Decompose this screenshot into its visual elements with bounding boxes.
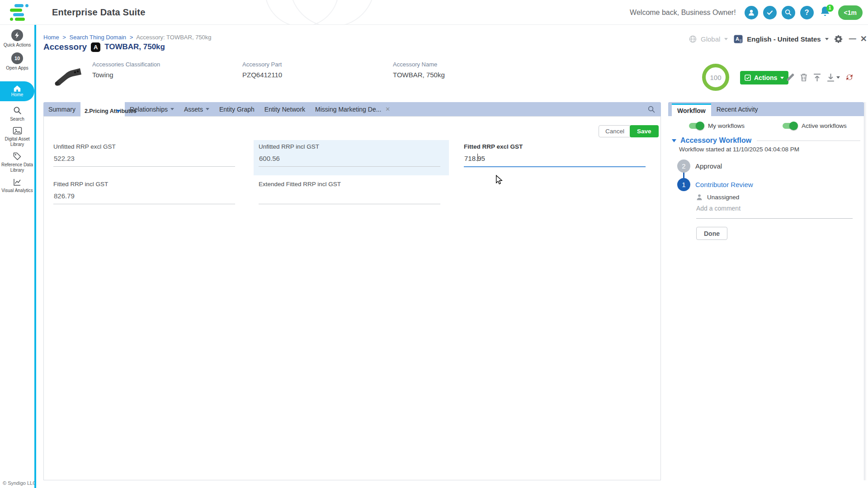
sidebar-item-reference-data-library[interactable]: Reference Data Library	[0, 152, 34, 174]
active-workflows-toggle[interactable]	[783, 123, 796, 129]
cancel-button[interactable]: Cancel	[599, 125, 631, 137]
tab-assets[interactable]: Assets	[179, 102, 214, 116]
workflow-step-badge: 1	[677, 178, 690, 191]
my-workflows-toggle-group: My workflows	[689, 122, 745, 129]
download-button[interactable]	[826, 73, 840, 82]
global-search-icon[interactable]	[782, 6, 795, 19]
assignee-row[interactable]: Unassigned	[696, 194, 739, 201]
profile-icon[interactable]	[745, 6, 758, 19]
help-icon[interactable]: ?	[800, 6, 814, 19]
breadcrumb-home[interactable]: Home	[43, 34, 59, 41]
chevron-down-icon[interactable]	[206, 108, 209, 110]
chevron-down-icon[interactable]	[170, 108, 174, 110]
tab-entity-network[interactable]: Entity Network	[259, 102, 310, 116]
collapse-caret-icon[interactable]	[672, 139, 676, 142]
chevron-down-icon[interactable]	[836, 76, 840, 79]
tab-entity-graph[interactable]: Entity Graph	[214, 102, 259, 116]
left-sidebar: Quick Actions 10 Open Apps Home Search	[0, 25, 34, 488]
field-extended-fitted-rrp-incl-gst: Extended Fitted RRP incl GST	[259, 181, 440, 204]
field-fitted-rrp-excl-gst: Fitted RRP excl GST	[464, 143, 646, 167]
workflow-step-approval: Approval	[695, 162, 722, 170]
sidebar-item-home[interactable]: Home	[0, 81, 34, 101]
edit-button[interactable]	[786, 73, 795, 82]
entity-title-row: Accessory A TOWBAR, 750kg	[43, 42, 165, 52]
entity-attribute: Accessories Classification Towing	[92, 61, 160, 79]
copyright-text: © Syndigo LLC	[3, 480, 36, 486]
app-logo[interactable]	[10, 4, 31, 21]
sidebar-item-digital-asset-library[interactable]: Digital Asset Library	[0, 127, 34, 148]
chevron-down-icon[interactable]	[825, 38, 829, 40]
unfitted-rrp-incl-gst-input[interactable]	[259, 155, 440, 167]
workflow-step-contributor-review[interactable]: Contributor Review	[695, 181, 753, 188]
workflow-name: Accessory Workflow	[680, 136, 751, 145]
chart-icon	[13, 178, 22, 187]
breadcrumb-search-thing-domain[interactable]: Search Thing Domain	[70, 34, 127, 41]
refresh-button[interactable]	[845, 73, 854, 82]
region-selector[interactable]: Global	[701, 35, 720, 43]
comment-input[interactable]: Add a comment	[696, 205, 853, 219]
breadcrumb: Home > Search Thing Domain > Accessory: …	[43, 34, 212, 41]
completeness-score[interactable]: 100	[702, 64, 729, 91]
sidebar-item-visual-analytics[interactable]: Visual Analytics	[0, 178, 34, 194]
my-workflows-toggle[interactable]	[689, 123, 703, 129]
svg-text:A: A	[736, 36, 739, 42]
entity-attribute: Accessory Part PZQ6412110	[242, 61, 282, 79]
search-icon	[784, 9, 792, 16]
tab-recent-activity[interactable]: Recent Activity	[711, 102, 764, 116]
quick-actions-icon	[11, 29, 23, 41]
delete-button[interactable]	[800, 73, 808, 82]
field-fitted-rrp-incl-gst: Fitted RRP incl GST	[53, 181, 235, 204]
divider	[757, 141, 860, 141]
panel-scrollbar[interactable]	[864, 102, 866, 480]
minimize-icon[interactable]: —	[849, 35, 856, 42]
workflow-started-text: Workflow started at 11/10/2025 04:04:08 …	[679, 146, 799, 153]
tab-pricing-attributes[interactable]: 2.Pricing Attributes	[80, 102, 125, 120]
chevron-down-icon[interactable]	[724, 38, 728, 40]
product-thumbnail[interactable]	[53, 62, 85, 89]
workflow-section-header[interactable]: Accessory Workflow	[672, 136, 860, 145]
done-button[interactable]: Done	[696, 227, 727, 240]
entity-toolbar	[786, 73, 854, 82]
fitted-rrp-excl-gst-input[interactable]	[464, 155, 646, 167]
tasks-check-icon[interactable]	[763, 6, 777, 19]
entity-attribute: Accessory Name TOWBAR, 750kg	[393, 61, 445, 79]
extended-fitted-rrp-incl-gst-input[interactable]	[259, 192, 440, 204]
gear-icon[interactable]	[835, 35, 843, 43]
entity-tab-bar: Summary 2.Pricing Attributes Relationshi…	[43, 102, 661, 116]
sidebar-item-open-apps[interactable]: 10 Open Apps	[0, 52, 34, 71]
tab-close-icon[interactable]: ✕	[385, 106, 390, 113]
refresh-icon	[845, 73, 854, 82]
chevron-down-icon	[780, 77, 784, 79]
upload-button[interactable]	[813, 73, 821, 82]
field-unfitted-rrp-incl-gst: Unfitted RRP incl GST	[259, 143, 440, 167]
image-icon	[13, 127, 22, 135]
assignee-name: Unassigned	[707, 194, 739, 201]
welcome-message: Welcome back, Business Owner!	[630, 9, 736, 17]
home-icon	[13, 84, 21, 92]
workflow-step-badge: 2	[677, 160, 690, 173]
fitted-rrp-incl-gst-input[interactable]	[53, 192, 235, 204]
tab-summary[interactable]: Summary	[43, 102, 80, 116]
save-button[interactable]: Save	[630, 125, 659, 137]
towbar-image	[53, 62, 85, 89]
tab-missing-marketing[interactable]: Missing Marketing De... ✕	[310, 102, 395, 116]
step-connector	[683, 173, 684, 178]
search-icon	[13, 106, 22, 115]
sidebar-item-search[interactable]: Search	[0, 106, 34, 122]
sidebar-accent-divider	[34, 25, 36, 488]
tab-workflow[interactable]: Workflow	[672, 103, 711, 116]
unfitted-rrp-excl-gst-input[interactable]	[53, 155, 235, 167]
chevron-down-icon[interactable]	[116, 110, 121, 113]
sidebar-item-quick-actions[interactable]: Quick Actions	[0, 29, 34, 48]
actions-button[interactable]: Actions	[740, 71, 788, 84]
notifications-bell[interactable]: 1	[819, 5, 833, 20]
language-selector[interactable]: English - United States	[747, 35, 821, 43]
tab-search-icon[interactable]	[647, 105, 656, 113]
open-apps-count-icon: 10	[11, 52, 23, 64]
workflow-panel: Workflow Recent Activity My workflows Ac…	[668, 25, 868, 488]
session-timer-badge[interactable]: <1m	[838, 5, 863, 20]
translate-icon: A	[734, 35, 743, 43]
close-icon[interactable]: ✕	[860, 35, 867, 43]
download-icon	[826, 73, 835, 82]
text-cursor	[477, 154, 478, 161]
